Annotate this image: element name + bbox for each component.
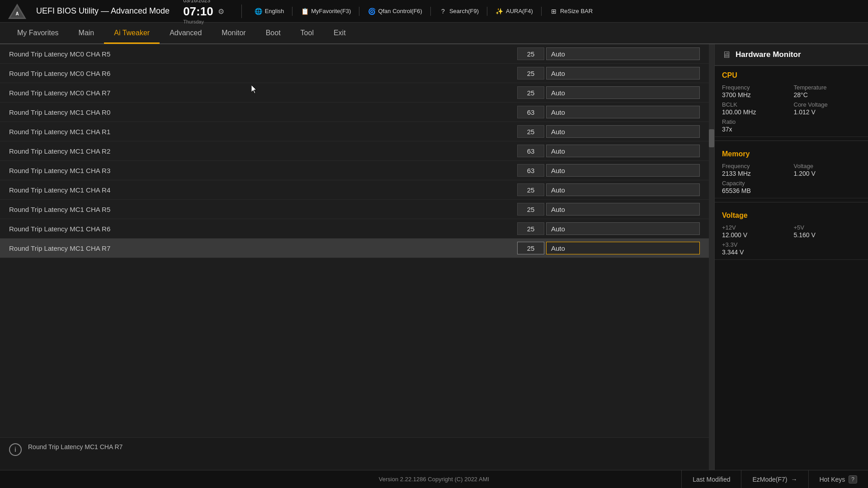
aura-button[interactable]: ✨ AURA(F4) bbox=[495, 7, 533, 15]
cpu-ratio-label: Ratio bbox=[722, 118, 861, 125]
nav-main[interactable]: Main bbox=[69, 23, 104, 44]
myfavorite-button[interactable]: 📋 MyFavorite(F3) bbox=[301, 7, 351, 15]
mem-voltage-label: Voltage bbox=[794, 163, 861, 169]
qfan-button[interactable]: 🌀 Qfan Control(F6) bbox=[368, 7, 422, 15]
nav-my-favorites[interactable]: My Favorites bbox=[7, 23, 69, 44]
cpu-grid: Frequency 3700 MHz Temperature 28°C BCLK… bbox=[722, 84, 861, 116]
footer-container: Version 2.22.1286 Copyright (C) 2022 AMI… bbox=[0, 470, 868, 488]
cpu-core-voltage-value: 1.012 V bbox=[794, 108, 861, 116]
svg-text:A: A bbox=[15, 11, 19, 16]
settings-icon[interactable]: ⚙ bbox=[218, 7, 224, 16]
aura-label: AURA(F4) bbox=[506, 8, 533, 14]
table-row[interactable]: Round Trip Latency MC1 CHA R2 63 Auto bbox=[0, 141, 709, 161]
v12-value: 12.000 V bbox=[722, 231, 789, 239]
cpu-temperature-label: Temperature bbox=[794, 84, 861, 91]
scrollbar-thumb[interactable] bbox=[709, 129, 714, 147]
language-selector[interactable]: 🌐 English bbox=[255, 7, 284, 15]
fan-icon: 🌀 bbox=[368, 7, 376, 15]
table-row[interactable]: Round Trip Latency MC1 CHA R0 63 Auto bbox=[0, 103, 709, 122]
sidebar-title: Hardware Monitor bbox=[736, 50, 801, 59]
scrollbar-track[interactable] bbox=[709, 44, 714, 470]
sidebar-header: 🖥 Hardware Monitor bbox=[715, 44, 868, 66]
resizebar-button[interactable]: ⊞ ReSize BAR bbox=[550, 7, 593, 15]
last-modified-button[interactable]: Last Modified bbox=[681, 470, 741, 488]
table-row[interactable]: Round Trip Latency MC1 CHA R6 25 Auto bbox=[0, 219, 709, 239]
nav-tool[interactable]: Tool bbox=[291, 23, 324, 44]
aura-icon: ✨ bbox=[495, 7, 504, 15]
table-row[interactable]: Round Trip Latency MC1 CHA R1 25 Auto bbox=[0, 122, 709, 141]
resizebar-label: ReSize BAR bbox=[560, 8, 593, 14]
memory-section: Memory Frequency 2133 MHz Voltage 1.200 … bbox=[715, 145, 868, 198]
content-area: Round Trip Latency MC0 CHA R5 25 Auto Ro… bbox=[0, 44, 709, 470]
star-icon: 📋 bbox=[301, 7, 309, 15]
cpu-frequency-value: 3700 MHz bbox=[722, 91, 789, 99]
cpu-ratio-value: 37x bbox=[722, 126, 861, 133]
table-row[interactable]: Round Trip Latency MC1 CHA R4 25 Auto bbox=[0, 180, 709, 200]
table-row[interactable]: Round Trip Latency MC1 CHA R5 25 Auto bbox=[0, 200, 709, 219]
v33-label: +3.3V bbox=[722, 241, 861, 248]
nav-advanced[interactable]: Advanced bbox=[160, 23, 212, 44]
mem-frequency-label: Frequency bbox=[722, 163, 789, 169]
cpu-temperature-value: 28°C bbox=[794, 91, 861, 99]
time-display: 07:10 bbox=[183, 5, 213, 19]
toolbar-items: 🌐 English 📋 MyFavorite(F3) 🌀 Qfan Contro… bbox=[255, 7, 861, 16]
language-label: English bbox=[265, 8, 284, 14]
hotkeys-icon: ? bbox=[849, 475, 857, 483]
ezmode-button[interactable]: EzMode(F7) → bbox=[741, 470, 808, 488]
cpu-frequency-label: Frequency bbox=[722, 84, 789, 91]
v33-value: 3.344 V bbox=[722, 249, 861, 256]
date-display: 03/16/2023 bbox=[183, 0, 210, 5]
voltage-section-title: Voltage bbox=[722, 211, 861, 220]
ezmode-label: EzMode(F7) bbox=[752, 476, 787, 483]
v5-value: 5.160 V bbox=[794, 231, 861, 239]
v12-label: +12V bbox=[722, 224, 789, 231]
table-row[interactable]: Round Trip Latency MC1 CHA R3 63 Auto bbox=[0, 161, 709, 180]
table-row[interactable]: Round Trip Latency MC0 CHA R7 25 Auto bbox=[0, 83, 709, 103]
memory-grid: Frequency 2133 MHz Voltage 1.200 V bbox=[722, 163, 861, 177]
nav-ai-tweaker[interactable]: Ai Tweaker bbox=[104, 23, 160, 44]
cpu-bclk-label: BCLK bbox=[722, 101, 789, 108]
search-icon: ? bbox=[439, 7, 447, 15]
settings-list: Round Trip Latency MC0 CHA R5 25 Auto Ro… bbox=[0, 44, 709, 437]
resizebar-icon: ⊞ bbox=[550, 7, 558, 15]
v5-label: +5V bbox=[794, 224, 861, 231]
nav-monitor[interactable]: Monitor bbox=[212, 23, 255, 44]
nav-bar: My Favorites Main Ai Tweaker Advanced Mo… bbox=[0, 23, 868, 44]
cpu-section: CPU Frequency 3700 MHz Temperature 28°C … bbox=[715, 66, 868, 137]
bios-title: UEFI BIOS Utility — Advanced Mode bbox=[36, 6, 170, 16]
cpu-core-voltage-label: Core Voltage bbox=[794, 101, 861, 108]
last-modified-label: Last Modified bbox=[693, 476, 730, 483]
hotkeys-button[interactable]: Hot Keys ? bbox=[808, 470, 868, 488]
search-button[interactable]: ? Search(F9) bbox=[439, 7, 479, 15]
info-bar: i Round Trip Latency MC1 CHA R7 bbox=[0, 437, 709, 470]
nav-exit[interactable]: Exit bbox=[324, 23, 356, 44]
info-text: Round Trip Latency MC1 CHA R7 bbox=[28, 442, 123, 452]
info-icon: i bbox=[9, 443, 22, 456]
voltage-section: Voltage +12V 12.000 V +5V 5.160 V +3.3V … bbox=[715, 206, 868, 260]
mem-capacity-value: 65536 MB bbox=[722, 187, 861, 194]
globe-icon: 🌐 bbox=[255, 7, 263, 15]
table-row[interactable]: Round Trip Latency MC0 CHA R6 25 Auto bbox=[0, 64, 709, 83]
header-top-bar: A UEFI BIOS Utility — Advanced Mode 03/1… bbox=[0, 0, 868, 23]
table-row[interactable]: Round Trip Latency MC0 CHA R5 25 Auto bbox=[0, 44, 709, 64]
main-layout: Round Trip Latency MC0 CHA R5 25 Auto Ro… bbox=[0, 44, 868, 470]
voltage-grid: +12V 12.000 V +5V 5.160 V bbox=[722, 224, 861, 239]
cpu-bclk-value: 100.00 MHz bbox=[722, 108, 789, 116]
table-row[interactable]: Round Trip Latency MC1 CHA R7 25 Auto bbox=[0, 239, 709, 258]
footer: Version 2.22.1286 Copyright (C) 2022 AMI… bbox=[0, 470, 868, 488]
mem-capacity-label: Capacity bbox=[722, 180, 861, 187]
hardware-monitor-sidebar: 🖥 Hardware Monitor CPU Frequency 3700 MH… bbox=[714, 44, 868, 470]
ezmode-arrow-icon: → bbox=[791, 476, 797, 483]
myfavorite-label: MyFavorite(F3) bbox=[311, 8, 351, 14]
asus-logo: A bbox=[7, 3, 27, 20]
memory-section-title: Memory bbox=[722, 150, 861, 158]
monitor-icon: 🖥 bbox=[722, 50, 731, 60]
hotkeys-label: Hot Keys bbox=[820, 476, 845, 483]
search-label: Search(F9) bbox=[449, 8, 479, 14]
qfan-label: Qfan Control(F6) bbox=[378, 8, 422, 14]
mem-voltage-value: 1.200 V bbox=[794, 170, 861, 177]
nav-boot[interactable]: Boot bbox=[256, 23, 291, 44]
cpu-section-title: CPU bbox=[722, 71, 861, 80]
mem-frequency-value: 2133 MHz bbox=[722, 170, 789, 177]
